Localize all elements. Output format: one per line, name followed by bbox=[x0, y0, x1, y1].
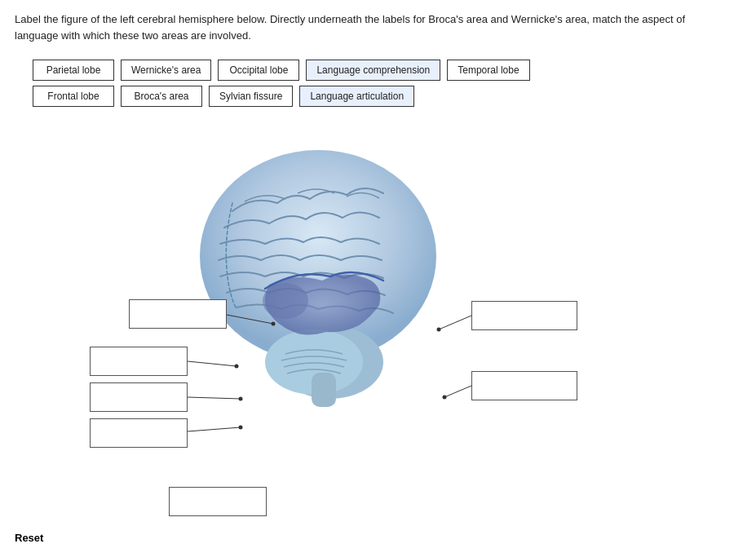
dropbox-mid-left-lower[interactable] bbox=[90, 382, 188, 412]
svg-line-11 bbox=[188, 427, 241, 431]
labels-row-2: Frontal lobe Broca's area Sylvian fissur… bbox=[33, 86, 723, 107]
dropbox-right-top[interactable] bbox=[471, 301, 577, 330]
label-wernickes-area[interactable]: Wernicke's area bbox=[121, 60, 211, 81]
label-sylvian-fissure[interactable]: Sylvian fissure bbox=[209, 86, 293, 107]
instructions-text: Label the figure of the left cerebral he… bbox=[0, 0, 734, 51]
svg-point-12 bbox=[239, 426, 243, 430]
labels-row-1: Parietal lobe Wernicke's area Occipital … bbox=[33, 60, 723, 81]
label-brocas-area[interactable]: Broca's area bbox=[121, 86, 202, 107]
label-parietal-lobe[interactable]: Parietal lobe bbox=[33, 60, 114, 81]
dropbox-bottom-left[interactable] bbox=[90, 418, 188, 448]
label-language-comprehension[interactable]: Language comprehension bbox=[306, 60, 440, 81]
label-occipital-lobe[interactable]: Occipital lobe bbox=[218, 60, 299, 81]
diagram-area bbox=[0, 122, 756, 440]
labels-area: Parietal lobe Wernicke's area Occipital … bbox=[0, 51, 756, 115]
label-language-articulation[interactable]: Language articulation bbox=[299, 86, 414, 107]
dropbox-mid-left-upper[interactable] bbox=[90, 347, 188, 376]
label-temporal-lobe[interactable]: Temporal lobe bbox=[447, 60, 529, 81]
dropbox-right-mid[interactable] bbox=[471, 371, 577, 400]
svg-point-4 bbox=[263, 283, 308, 319]
label-frontal-lobe[interactable]: Frontal lobe bbox=[33, 86, 114, 107]
reset-button[interactable]: Reset bbox=[15, 532, 43, 544]
dropbox-bottom-center[interactable] bbox=[169, 487, 267, 516]
brain-illustration bbox=[188, 130, 457, 407]
svg-rect-3 bbox=[312, 373, 336, 407]
dropbox-top-left[interactable] bbox=[129, 299, 227, 329]
